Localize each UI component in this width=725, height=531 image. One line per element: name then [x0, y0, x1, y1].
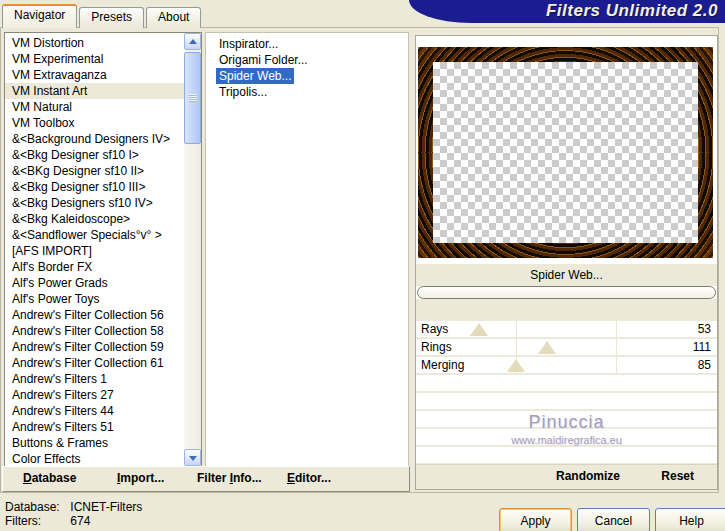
category-list-item[interactable]: Andrew's Filter Collection 59 — [5, 339, 184, 355]
slider-value: 53 — [698, 321, 711, 337]
category-list-item[interactable]: Andrew's Filter Collection 56 — [5, 307, 184, 323]
category-label: Alf's Border FX — [12, 260, 92, 274]
category-list-item[interactable]: Buttons & Frames — [5, 435, 184, 451]
toolbar-button[interactable]: Database — [23, 471, 76, 485]
category-list-item[interactable]: VM Instant Art — [5, 83, 184, 99]
reset-button[interactable]: Reset — [661, 469, 694, 483]
dialog-button[interactable]: Help — [655, 508, 725, 531]
preview-panel: Spider Web... Rays 53 Rings 111 Merging … — [415, 35, 718, 490]
tab-label: About — [158, 10, 189, 24]
dialog-button-label: Apply — [520, 514, 550, 528]
category-label: [AFS IMPORT] — [12, 244, 92, 258]
category-list-item[interactable]: &<Background Designers IV> — [5, 131, 184, 147]
slider-row[interactable]: Merging 85 — [416, 357, 717, 375]
category-list-item[interactable]: Alf's Power Toys — [5, 291, 184, 307]
toolbar-button[interactable]: Editor... — [287, 471, 331, 485]
controls-spacer — [416, 299, 717, 321]
tab[interactable]: Presets — [79, 7, 144, 28]
category-list-item[interactable]: &<Bkg Designers sf10 IV> — [5, 195, 184, 211]
dialog-buttons: Apply Cancel Help — [499, 508, 725, 531]
category-list-item[interactable]: Color Effects — [5, 451, 184, 467]
slider-handle[interactable] — [470, 323, 488, 336]
category-list: VM Distortion VM Experimental VM Extrava… — [4, 32, 202, 467]
filter-list-item[interactable]: Origami Folder... — [216, 52, 311, 68]
slider-handle[interactable] — [507, 359, 525, 372]
scroll-up-icon[interactable] — [184, 33, 201, 50]
category-label: &<Bkg Kaleidoscope> — [12, 212, 130, 226]
filter-list: Inspirator... Origami Folder... Spider W… — [205, 32, 409, 467]
slider-label: Rings — [421, 339, 452, 355]
filter-label: Origami Folder... — [219, 53, 308, 67]
category-label: Andrew's Filters 1 — [12, 372, 107, 386]
dialog-button[interactable]: Apply — [499, 508, 572, 531]
dialog-button-label: Help — [679, 514, 704, 528]
status-database-row: Database: ICNET-Filters — [5, 500, 142, 514]
category-label: VM Toolbox — [12, 116, 74, 130]
category-label: VM Natural — [12, 100, 72, 114]
scroll-down-icon[interactable] — [184, 449, 201, 466]
category-label: VM Instant Art — [12, 84, 87, 98]
tab[interactable]: Navigator — [2, 4, 77, 28]
scrollbar-thumb[interactable] — [184, 52, 201, 144]
database-label: Database: — [5, 500, 67, 514]
filter-label: Spider Web... — [219, 69, 291, 83]
slider-label: Rays — [421, 321, 448, 337]
slider-value: 111 — [693, 339, 711, 355]
dialog-button[interactable]: Cancel — [577, 508, 650, 531]
category-list-item[interactable]: VM Experimental — [5, 51, 184, 67]
category-label: VM Extravaganza — [12, 68, 107, 82]
category-list-item[interactable]: &<Bkg Kaleidoscope> — [5, 211, 184, 227]
tab-label: Presets — [91, 10, 132, 24]
empty-slider-rows — [416, 375, 717, 465]
category-list-item[interactable]: Andrew's Filter Collection 61 — [5, 355, 184, 371]
filter-list-item[interactable]: Inspirator... — [216, 36, 281, 52]
category-list-item[interactable]: Andrew's Filters 44 — [5, 403, 184, 419]
empty-slider-row — [416, 375, 717, 393]
category-list-item[interactable]: Andrew's Filters 27 — [5, 387, 184, 403]
transparency-checkerboard — [433, 62, 698, 243]
slider-label: Merging — [421, 357, 464, 373]
category-list-item[interactable]: VM Natural — [5, 99, 184, 115]
category-scrollbar — [184, 33, 201, 466]
progress-bar — [417, 286, 716, 299]
category-list-item[interactable]: Alf's Power Grads — [5, 275, 184, 291]
tab-label: Navigator — [14, 8, 65, 22]
category-list-item[interactable]: Andrew's Filters 51 — [5, 419, 184, 435]
category-list-item[interactable]: &<Bkg Designer sf10 I> — [5, 147, 184, 163]
status-area: Database: ICNET-Filters Filters: 674 — [5, 500, 142, 528]
slider-row[interactable]: Rings 111 — [416, 339, 717, 357]
category-label: &<Bkg Designer sf10 III> — [12, 180, 145, 194]
category-list-item[interactable]: [AFS IMPORT] — [5, 243, 184, 259]
category-label: Andrew's Filters 51 — [12, 420, 114, 434]
category-list-item[interactable]: VM Distortion — [5, 35, 184, 51]
category-list-item[interactable]: &<BKg Designer sf10 II> — [5, 163, 184, 179]
empty-slider-row — [416, 429, 717, 447]
toolbar-button[interactable]: Import... — [117, 471, 164, 485]
category-label: Alf's Power Toys — [12, 292, 99, 306]
filter-list-item[interactable]: Spider Web... — [216, 68, 294, 84]
category-label: Andrew's Filters 27 — [12, 388, 114, 402]
randomize-button[interactable]: Randomize — [556, 469, 620, 483]
category-list-item[interactable]: &<Bkg Designer sf10 III> — [5, 179, 184, 195]
tab[interactable]: About — [146, 7, 201, 28]
slider-rows: Rays 53 Rings 111 Merging 85 — [416, 321, 717, 375]
app-title: Filters Unlimited 2.0 — [546, 1, 718, 21]
category-label: Andrew's Filter Collection 61 — [12, 356, 164, 370]
category-list-item[interactable]: Andrew's Filters 1 — [5, 371, 184, 387]
category-list-item[interactable]: VM Extravaganza — [5, 67, 184, 83]
status-filters-row: Filters: 674 — [5, 514, 142, 528]
tab-bar: Navigator Presets About — [2, 3, 203, 28]
filter-list-item[interactable]: Tripolis... — [216, 84, 270, 100]
toolbar-button[interactable]: Filter Info... — [197, 471, 262, 485]
category-list-item[interactable]: Andrew's Filter Collection 58 — [5, 323, 184, 339]
slider-row[interactable]: Rays 53 — [416, 321, 717, 339]
category-list-item[interactable]: &<Sandflower Specials°v° > — [5, 227, 184, 243]
category-label: VM Experimental — [12, 52, 103, 66]
preview-panel-toolbar: Randomize Reset — [416, 464, 717, 489]
empty-slider-row — [416, 447, 717, 465]
category-list-item[interactable]: VM Toolbox — [5, 115, 184, 131]
slider-handle[interactable] — [538, 341, 556, 354]
category-list-item[interactable]: Alf's Border FX — [5, 259, 184, 275]
filter-label: Tripolis... — [219, 85, 267, 99]
slider-value: 85 — [698, 357, 711, 373]
